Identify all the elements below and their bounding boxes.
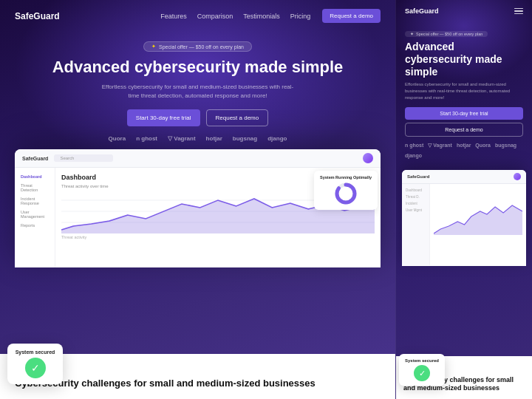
right-nav-logo: SafeGuard (405, 7, 439, 15)
donut-svg (334, 182, 358, 205)
right-sidebar-threat[interactable]: Threat D. (402, 194, 429, 200)
secured-check-icon: ✓ (25, 358, 46, 378)
right-dash-logo: SafeGuard (407, 174, 429, 179)
hero-title: Advanced cybersecurity made simple (30, 58, 366, 77)
right-chart (434, 198, 522, 235)
right-navbar: SafeGuard (396, 0, 532, 22)
right-badge: ✦ Special offer — $50 off on every plan (405, 31, 488, 37)
hero-demo-button[interactable]: Request a demo (206, 109, 269, 126)
logo-hotjar: hotjar (206, 135, 222, 142)
dashboard-main: Dashboard Threat activity over time (55, 168, 381, 267)
sidebar-user-mgmt[interactable]: User Management (15, 208, 55, 221)
bottom-title: Cybersecurity challenges for small and m… (15, 378, 381, 390)
request-demo-button[interactable]: Request a demo (322, 9, 381, 23)
right-sidebar-dashboard[interactable]: Dashboard (402, 187, 429, 194)
secured-title: System secured (16, 349, 55, 355)
hamburger-line-1 (514, 8, 523, 10)
right-panel: SafeGuard ✦ Special offer — $50 off on e… (395, 0, 532, 399)
right-sidebar-incident[interactable]: Incident (402, 200, 429, 207)
right-chart-svg (434, 198, 522, 235)
hamburger-line-2 (514, 10, 523, 12)
right-hero: ✦ Special offer — $50 off on every plan … (396, 22, 532, 170)
right-dashboard-card: SafeGuard Dashboard Threat D. Incident U… (402, 170, 526, 266)
hamburger-menu[interactable] (514, 8, 523, 15)
hamburger-line-3 (514, 13, 523, 15)
logo-nghost: n ghost (136, 135, 157, 142)
sidebar-incident[interactable]: Incident Response (15, 194, 55, 208)
logo-row: Quora n ghost ▽ Vagrant hotjar bugsnag d… (30, 135, 366, 142)
dashboard-body: Dashboard Threat Detection Incident Resp… (15, 168, 381, 267)
star-icon: ✦ (151, 44, 156, 50)
right-dash-body: Dashboard Threat D. Incident User Mgmt (402, 184, 526, 265)
right-hero-title: Advanced cybersecurity made simple (405, 41, 523, 78)
right-trial-button[interactable]: Start 30-day free trial (405, 107, 523, 120)
right-secured-check-icon: ✓ (414, 365, 430, 381)
right-star-icon: ✦ (410, 32, 414, 36)
left-panel: SafeGuard Features Comparison Testimonia… (0, 0, 395, 399)
right-logo-django: django (405, 153, 422, 158)
right-demo-button[interactable]: Request a demo (405, 123, 523, 137)
system-running-card: System Running Optimally (314, 171, 378, 210)
start-trial-button[interactable]: Start 30-day free trial (127, 109, 200, 126)
sidebar-dashboard[interactable]: Dashboard (15, 172, 55, 181)
hero-subtitle: Effortless cybersecurity for small and m… (102, 83, 294, 100)
right-dash-navbar: SafeGuard (402, 170, 526, 184)
badge-text: Special offer — $50 off on every plan (159, 44, 244, 50)
dashboard-navbar: SafeGuard Search (15, 149, 381, 168)
right-logo-nghost: n ghost (405, 143, 423, 149)
right-sidebar-user[interactable]: User Mgmt (402, 207, 429, 214)
logo-vagrant: ▽ Vagrant (168, 135, 196, 142)
nav-testimonials[interactable]: Testimonials (243, 13, 280, 20)
right-secured-card: System secured ✓ (399, 354, 445, 386)
logo-django: django (267, 135, 287, 142)
sidebar-threat[interactable]: Threat Detection (15, 181, 55, 194)
donut-chart (334, 182, 358, 205)
navbar: SafeGuard Features Comparison Testimonia… (0, 0, 395, 32)
right-logo-vagrant: ▽ Vagrant (428, 143, 452, 149)
nav-logo: SafeGuard (15, 11, 60, 21)
hero-section: ✦ Special offer — $50 off on every plan … (0, 32, 395, 149)
right-logo-bugsnag: bugsnag (495, 143, 516, 149)
special-offer-badge: ✦ Special offer — $50 off on every plan (143, 41, 252, 52)
right-secured-title: System secured (405, 358, 439, 363)
chart-label: Threat activity (61, 235, 375, 239)
svg-point-4 (337, 185, 355, 202)
right-logos: n ghost ▽ Vagrant hotjar Quora bugsnag d… (405, 143, 523, 158)
right-badge-text: Special offer — $50 off on every plan (416, 32, 482, 36)
nav-comparison[interactable]: Comparison (197, 13, 233, 20)
logo-quora: Quora (109, 135, 126, 142)
nav-pricing[interactable]: Pricing (290, 13, 311, 20)
right-dash-avatar (514, 173, 521, 180)
logo-bugsnag: bugsnag (233, 135, 257, 142)
right-dash-main (430, 184, 526, 265)
right-logo-quora: Quora (475, 143, 491, 149)
dashboard-preview: SafeGuard Search Dashboard Threat Detect… (15, 149, 381, 267)
dash-logo: SafeGuard (22, 156, 48, 161)
right-hero-subtitle: Effortless cybersecurity for small and m… (405, 81, 523, 101)
dash-search[interactable]: Search (54, 154, 113, 162)
nav-features[interactable]: Features (160, 13, 187, 20)
sidebar-reports[interactable]: Reports (15, 221, 55, 230)
system-card-title: System Running Optimally (320, 175, 372, 180)
right-logo-hotjar: hotjar (457, 143, 471, 149)
dashboard-sidebar: Dashboard Threat Detection Incident Resp… (15, 168, 55, 267)
secured-card: System secured ✓ (7, 344, 63, 384)
right-dash-sidebar: Dashboard Threat D. Incident User Mgmt (402, 184, 430, 265)
nav-links: Features Comparison Testimonials Pricing (160, 13, 310, 20)
hero-buttons: Start 30-day free trial Request a demo (30, 109, 366, 126)
dash-avatar (363, 153, 373, 163)
